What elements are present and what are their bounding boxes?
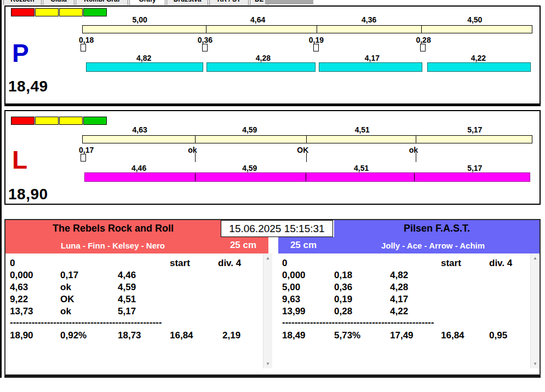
team-left-dogs: Luna - Finn - Kelsey - Nero (5, 241, 220, 250)
scroll-up-icon[interactable]: ▲ (263, 253, 272, 263)
p-split-3: 4,36 (362, 15, 376, 24)
bar-divider (195, 173, 196, 181)
team-right-name: Pilsen F.A.S.T. (334, 220, 540, 237)
l-cross-1: 0,17 (79, 146, 94, 154)
lane-l-graph: 4,63 4,59 4,51 5,17 0,17 ok OK ok 4,46 4… (82, 111, 532, 204)
traffic-light-yellow1 (35, 8, 59, 16)
l-dog-time-1: 4,46 (131, 164, 146, 172)
cell-division: div. 4 (218, 258, 241, 269)
l-dog-time-4: 5,17 (467, 164, 482, 172)
team-right-subheader: 25 cm Jolly - Ace - Arrow - Achim (278, 237, 540, 253)
lane-l-panel: L 18,90 4,63 4,59 4,51 5,17 0,17 ok OK o… (4, 110, 541, 205)
l-time-bar (84, 172, 530, 182)
l-split-axis-bar (82, 135, 532, 143)
cell-start-label: start (170, 258, 190, 269)
right-table-scrollbar[interactable]: ▲ ▼ (530, 253, 540, 368)
cell-start-val: 0 (10, 258, 15, 269)
p-cross-2: 0,36 (198, 36, 213, 44)
cell: 0,19 (334, 294, 352, 305)
cell-division: div. 4 (489, 258, 512, 269)
scroll-up-icon[interactable]: ▲ (531, 253, 540, 263)
app-window: Rozbeh Cidla Kombi Graf Grafy Družstva R… (0, 0, 545, 392)
scoreboard: The Rebels Rock and Roll 15.06.2025 15:1… (4, 219, 541, 378)
window-left-border (0, 0, 2, 378)
l-cross-tick-4 (416, 153, 416, 162)
p-time-bar-1 (86, 62, 204, 72)
p-time-bar-3 (319, 62, 422, 72)
cell-total: 16,84 (170, 330, 193, 341)
p-cross-marker-1 (81, 44, 86, 51)
p-time-bar-2 (206, 62, 315, 72)
right-results-table: 0 start div. 4 0,000 0,18 4,82 5,00 0,36… (278, 253, 540, 368)
l-split-3: 4,51 (355, 125, 370, 134)
cell: 5,00 (282, 282, 300, 293)
axis-divider (317, 26, 317, 33)
lane-p-panel: P 18,49 5,00 4,64 4,36 4,50 0,18 0,36 0,… (4, 5, 541, 106)
left-results-table: 0 start div. 4 0,000 0,17 4,46 4,63 ok 4… (5, 253, 272, 368)
traffic-light-red (11, 8, 35, 16)
p-cross-4: 0,28 (416, 36, 431, 44)
l-dog-time-2: 4,59 (242, 164, 257, 172)
axis-divider (306, 136, 307, 143)
p-cross-1: 0,18 (79, 36, 94, 44)
p-dog-time-3: 4,17 (365, 54, 380, 62)
cell: 4,63 (10, 282, 28, 293)
cell: OK (60, 294, 74, 305)
cell: 13,99 (282, 306, 306, 317)
lane-p-graph: 5,00 4,64 4,36 4,50 0,18 0,36 0,19 0,28 … (82, 7, 532, 103)
scroll-down-icon[interactable]: ▼ (263, 359, 272, 368)
cell: 13,73 (10, 306, 33, 317)
cell: 4,59 (118, 282, 136, 293)
cell: 0,18 (334, 270, 352, 281)
p-dog-time-4: 4,22 (471, 54, 486, 62)
tab-rozbeh[interactable]: Rozbeh (3, 0, 42, 5)
lane-p-letter: P (12, 41, 29, 66)
cell: ok (60, 282, 71, 293)
bar-divider (414, 173, 415, 181)
cell: 0,36 (334, 282, 352, 293)
tab-cidla[interactable]: Cidla (43, 0, 74, 5)
cell: 0,28 (334, 306, 352, 317)
separator-line: ----------------------------------------… (282, 317, 435, 327)
traffic-light-yellow2 (59, 117, 83, 125)
cell-start-label: start (441, 258, 461, 269)
axis-divider (206, 26, 206, 33)
team-right-height-class: 25 cm (280, 240, 326, 251)
cell-total: 18,73 (118, 330, 141, 341)
l-cross-4: ok (409, 146, 418, 154)
cell: 0,000 (10, 270, 33, 281)
p-split-axis-bar (82, 25, 532, 33)
p-time-bar-4 (427, 62, 531, 72)
p-dog-time-2: 4,28 (256, 54, 271, 62)
cell: 0,17 (60, 270, 78, 281)
l-split-4: 5,17 (467, 125, 482, 134)
axis-divider (195, 136, 196, 143)
p-cross-marker-3 (313, 44, 319, 51)
lane-l-letter: L (12, 147, 27, 172)
tab-druzstva[interactable]: Družstva (167, 0, 208, 5)
l-cross-tick-3 (306, 153, 307, 162)
cell: 9,22 (10, 294, 28, 305)
p-split-4: 4,50 (467, 15, 482, 24)
left-table-scrollbar[interactable]: ▲ ▼ (263, 253, 272, 368)
tab-rr-st[interactable]: RR / ST (209, 0, 249, 5)
l-cross-2: ok (188, 146, 197, 154)
cell-total: 17,49 (390, 330, 414, 341)
cell-total: 0,95 (489, 330, 507, 341)
traffic-light-red (11, 117, 35, 125)
top-scrollbar-thumb[interactable] (265, 0, 313, 4)
cell: 9,63 (282, 294, 300, 305)
cell: 4,82 (390, 270, 408, 281)
axis-divider (416, 136, 416, 143)
p-cross-3: 0,19 (309, 36, 324, 44)
p-cross-marker-2 (202, 44, 208, 51)
team-left-height-class: 25 cm (220, 240, 266, 251)
tab-grafy[interactable]: Grafy (129, 0, 165, 5)
lane-l-total: 18,90 (8, 186, 48, 203)
tab-kombi-graf[interactable]: Kombi Graf (76, 0, 128, 5)
date-time-display: 15.06.2025 15:15:31 (221, 220, 333, 237)
cell: 4,28 (390, 282, 408, 293)
p-dog-time-1: 4,82 (136, 54, 151, 62)
cell: 4,51 (118, 294, 136, 305)
scroll-down-icon[interactable]: ▼ (531, 359, 540, 368)
